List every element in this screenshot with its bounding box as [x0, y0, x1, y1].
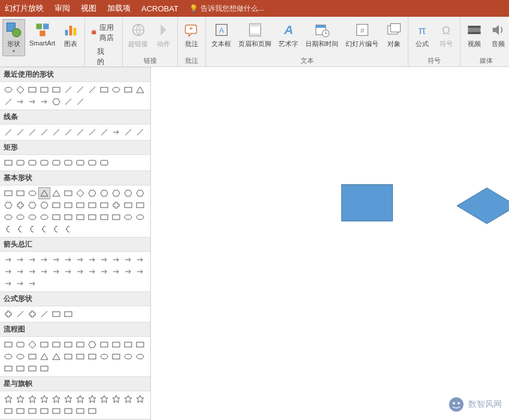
- shape-thumb-rect[interactable]: [2, 157, 14, 169]
- shape-thumb-hex[interactable]: [110, 187, 122, 199]
- shape-thumb-arrow[interactable]: [62, 266, 74, 278]
- shape-thumb-rect[interactable]: [98, 211, 110, 223]
- shape-thumb-line[interactable]: [2, 126, 14, 138]
- headerfooter-button[interactable]: 页眉和页脚: [235, 19, 274, 51]
- shape-thumb-line[interactable]: [134, 126, 146, 138]
- shape-thumb-oval[interactable]: [134, 351, 146, 363]
- shape-thumb-rect[interactable]: [122, 339, 134, 351]
- shape-thumb-rect[interactable]: [74, 339, 86, 351]
- shape-thumb-star[interactable]: [50, 393, 62, 405]
- shape-thumb-rect[interactable]: [14, 187, 26, 199]
- shape-thumb-rect[interactable]: [2, 405, 14, 417]
- shape-thumb-arrow[interactable]: [110, 254, 122, 266]
- shape-thumb-line[interactable]: [62, 126, 74, 138]
- shape-thumb-arrow[interactable]: [14, 278, 26, 290]
- shape-thumb-roundrect[interactable]: [14, 157, 26, 169]
- shape-thumb-star[interactable]: [98, 393, 110, 405]
- shape-thumb-triangle[interactable]: [38, 351, 50, 363]
- shape-thumb-arrow[interactable]: [98, 254, 110, 266]
- chart-button[interactable]: 图表: [59, 19, 82, 51]
- tab-acrobat[interactable]: ACROBAT: [141, 4, 178, 13]
- shape-thumb-oval[interactable]: [110, 84, 122, 96]
- object-button[interactable]: 对象: [383, 19, 405, 51]
- shape-thumb-line[interactable]: [2, 96, 14, 108]
- shape-thumb-rect[interactable]: [86, 199, 98, 211]
- shape-thumb-rect[interactable]: [2, 187, 14, 199]
- symbol-button[interactable]: Ω 符号: [435, 19, 458, 51]
- shape-thumb-diamond[interactable]: [26, 339, 38, 351]
- shape-thumb-rect[interactable]: [26, 405, 38, 417]
- shape-thumb-triangle[interactable]: [50, 351, 62, 363]
- shape-thumb-hex[interactable]: [86, 339, 98, 351]
- shape-thumb-line[interactable]: [26, 126, 38, 138]
- shape-thumb-arrow[interactable]: [110, 266, 122, 278]
- shape-thumb-rect[interactable]: [38, 363, 50, 375]
- shape-thumb-arrow[interactable]: [50, 254, 62, 266]
- shape-thumb-line[interactable]: [62, 96, 74, 108]
- shape-thumb-plus[interactable]: [110, 199, 122, 211]
- shape-thumb-rect[interactable]: [62, 339, 74, 351]
- shape-thumb-triangle[interactable]: [134, 84, 146, 96]
- smartart-button[interactable]: SmartArt: [26, 19, 58, 49]
- shape-thumb-arrow[interactable]: [122, 266, 134, 278]
- shape-thumb-roundrect[interactable]: [98, 157, 110, 169]
- shape-thumb-hex[interactable]: [122, 187, 134, 199]
- shape-thumb-rect[interactable]: [74, 405, 86, 417]
- shape-thumb-arrow[interactable]: [2, 278, 14, 290]
- shape-thumb-oval[interactable]: [38, 211, 50, 223]
- shape-thumb-line[interactable]: [74, 84, 86, 96]
- wordart-button[interactable]: A 艺术字: [275, 19, 301, 51]
- shape-thumb-hex[interactable]: [26, 199, 38, 211]
- shape-thumb-hex[interactable]: [50, 96, 62, 108]
- shape-thumb-rect[interactable]: [134, 339, 146, 351]
- shape-thumb-arrow[interactable]: [110, 126, 122, 138]
- shape-thumb-star[interactable]: [110, 393, 122, 405]
- shape-thumb-rect[interactable]: [62, 187, 74, 199]
- shape-thumb-arrow[interactable]: [38, 96, 50, 108]
- shape-thumb-line[interactable]: [38, 126, 50, 138]
- shape-thumb-star[interactable]: [26, 393, 38, 405]
- shape-thumb-rect[interactable]: [98, 84, 110, 96]
- shape-thumb-star[interactable]: [122, 393, 134, 405]
- shape-thumb-rect[interactable]: [26, 351, 38, 363]
- shape-thumb-brace[interactable]: [14, 223, 26, 235]
- shape-thumb-arrow[interactable]: [86, 266, 98, 278]
- shape-thumb-rect[interactable]: [86, 351, 98, 363]
- shape-thumb-rect[interactable]: [86, 405, 98, 417]
- tab-view[interactable]: 视图: [81, 3, 96, 14]
- action-button[interactable]: 动作: [152, 19, 175, 51]
- shape-thumb-rect[interactable]: [134, 199, 146, 211]
- shape-thumb-rect[interactable]: [62, 405, 74, 417]
- audio-button[interactable]: 音频: [487, 19, 509, 51]
- shape-thumb-line[interactable]: [50, 126, 62, 138]
- shape-thumb-plus[interactable]: [14, 199, 26, 211]
- shape-thumb-oval[interactable]: [26, 211, 38, 223]
- shape-thumb-rect[interactable]: [62, 351, 74, 363]
- shape-thumb-arrow[interactable]: [26, 266, 38, 278]
- shape-thumb-line[interactable]: [86, 84, 98, 96]
- shape-thumb-brace[interactable]: [50, 223, 62, 235]
- shape-thumb-hex[interactable]: [134, 187, 146, 199]
- shape-thumb-arrow[interactable]: [74, 254, 86, 266]
- hyperlink-button[interactable]: 超链接: [125, 19, 151, 51]
- shapes-gallery[interactable]: 最近使用的形状 线条 矩形 基本形状 箭头总汇 公式形状 流程图: [0, 67, 151, 420]
- shape-thumb-roundrect[interactable]: [50, 157, 62, 169]
- slidenum-button[interactable]: # 幻灯片编号: [343, 19, 381, 51]
- shape-thumb-triangle[interactable]: [50, 187, 62, 199]
- shape-thumb-rect[interactable]: [74, 211, 86, 223]
- tab-slideshow[interactable]: 幻灯片放映: [5, 3, 44, 14]
- shape-thumb-arrow[interactable]: [2, 266, 14, 278]
- shape-thumb-oval[interactable]: [2, 351, 14, 363]
- shape-thumb-oval[interactable]: [2, 84, 14, 96]
- shape-thumb-brace[interactable]: [26, 223, 38, 235]
- shape-thumb-diamond[interactable]: [74, 187, 86, 199]
- shape-thumb-oval[interactable]: [134, 211, 146, 223]
- shape-thumb-rect[interactable]: [122, 199, 134, 211]
- shape-thumb-rect[interactable]: [2, 339, 14, 351]
- shape-thumb-arrow[interactable]: [134, 254, 146, 266]
- shape-thumb-line[interactable]: [98, 126, 110, 138]
- shape-thumb-hex[interactable]: [38, 199, 50, 211]
- shape-diamond[interactable]: [456, 187, 509, 225]
- shape-thumb-brace[interactable]: [38, 223, 50, 235]
- shape-thumb-arrow[interactable]: [74, 266, 86, 278]
